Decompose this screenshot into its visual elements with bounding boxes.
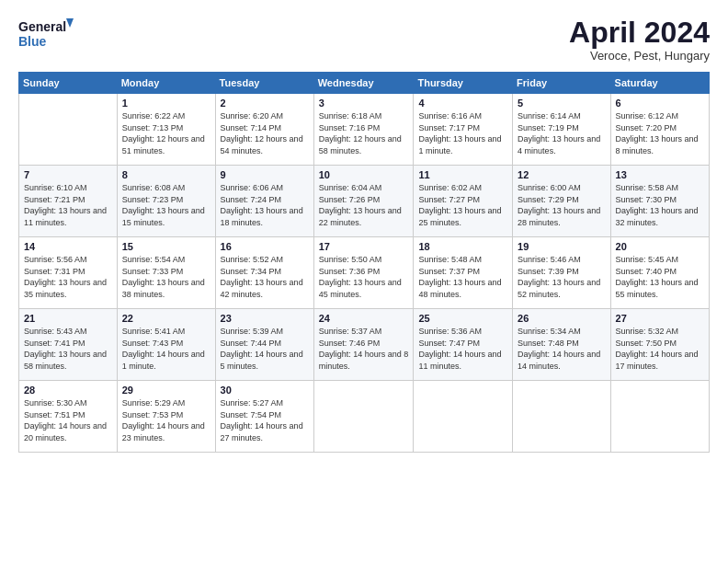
calendar-week-2: 7 Sunrise: 6:10 AM Sunset: 7:21 PM Dayli… (19, 166, 710, 237)
header-monday: Monday (117, 73, 215, 94)
day-info: Sunrise: 5:45 AM Sunset: 7:40 PM Dayligh… (616, 254, 704, 300)
table-row: 22 Sunrise: 5:41 AM Sunset: 7:43 PM Dayl… (117, 309, 215, 381)
calendar-week-5: 28 Sunrise: 5:30 AM Sunset: 7:51 PM Dayl… (19, 381, 710, 453)
day-info: Sunrise: 5:39 AM Sunset: 7:44 PM Dayligh… (221, 326, 309, 372)
calendar-header-row: Sunday Monday Tuesday Wednesday Thursday… (19, 73, 710, 94)
logo: General Blue (18, 17, 74, 52)
header-saturday: Saturday (610, 73, 709, 94)
day-info: Sunrise: 5:43 AM Sunset: 7:41 PM Dayligh… (24, 326, 112, 372)
header-friday: Friday (513, 73, 610, 94)
day-info: Sunrise: 5:34 AM Sunset: 7:48 PM Dayligh… (518, 326, 605, 372)
day-number: 28 (24, 385, 112, 396)
day-number: 7 (24, 169, 112, 180)
day-info: Sunrise: 5:50 AM Sunset: 7:36 PM Dayligh… (319, 254, 409, 300)
day-info: Sunrise: 6:10 AM Sunset: 7:21 PM Dayligh… (24, 182, 112, 228)
svg-text:General: General (18, 19, 66, 34)
table-row: 1 Sunrise: 6:22 AM Sunset: 7:13 PM Dayli… (117, 94, 215, 166)
table-row (513, 381, 610, 453)
day-number: 23 (221, 313, 309, 324)
header-wednesday: Wednesday (313, 73, 414, 94)
day-number: 10 (319, 169, 409, 180)
day-info: Sunrise: 5:58 AM Sunset: 7:30 PM Dayligh… (616, 182, 704, 228)
main-title: April 2024 (569, 17, 710, 49)
day-number: 3 (319, 98, 409, 109)
day-info: Sunrise: 6:00 AM Sunset: 7:29 PM Dayligh… (518, 182, 605, 228)
day-number: 12 (518, 169, 605, 180)
day-number: 11 (418, 169, 507, 180)
day-number: 13 (616, 169, 704, 180)
day-info: Sunrise: 5:36 AM Sunset: 7:47 PM Dayligh… (418, 326, 507, 372)
table-row: 30 Sunrise: 5:27 AM Sunset: 7:54 PM Dayl… (215, 381, 313, 453)
day-number: 18 (418, 241, 507, 252)
day-info: Sunrise: 6:04 AM Sunset: 7:26 PM Dayligh… (319, 182, 409, 228)
table-row: 23 Sunrise: 5:39 AM Sunset: 7:44 PM Dayl… (215, 309, 313, 381)
day-number: 27 (616, 313, 704, 324)
day-info: Sunrise: 5:27 AM Sunset: 7:54 PM Dayligh… (221, 397, 309, 443)
day-number: 29 (122, 385, 210, 396)
table-row: 16 Sunrise: 5:52 AM Sunset: 7:34 PM Dayl… (215, 237, 313, 309)
table-row: 12 Sunrise: 6:00 AM Sunset: 7:29 PM Dayl… (513, 166, 610, 237)
svg-text:Blue: Blue (18, 34, 47, 49)
table-row: 11 Sunrise: 6:02 AM Sunset: 7:27 PM Dayl… (414, 166, 513, 237)
day-info: Sunrise: 6:12 AM Sunset: 7:20 PM Dayligh… (616, 110, 704, 156)
day-info: Sunrise: 5:32 AM Sunset: 7:50 PM Dayligh… (616, 326, 704, 372)
header-thursday: Thursday (414, 73, 513, 94)
day-number: 9 (221, 169, 309, 180)
day-info: Sunrise: 5:48 AM Sunset: 7:37 PM Dayligh… (418, 254, 507, 300)
calendar-week-1: 1 Sunrise: 6:22 AM Sunset: 7:13 PM Dayli… (19, 94, 710, 166)
table-row: 8 Sunrise: 6:08 AM Sunset: 7:23 PM Dayli… (117, 166, 215, 237)
calendar-table: Sunday Monday Tuesday Wednesday Thursday… (18, 72, 710, 453)
day-number: 21 (24, 313, 112, 324)
table-row: 10 Sunrise: 6:04 AM Sunset: 7:26 PM Dayl… (313, 166, 414, 237)
header-tuesday: Tuesday (215, 73, 313, 94)
page-header: General Blue April 2024 Veroce, Pest, Hu… (18, 17, 710, 63)
day-number: 17 (319, 241, 409, 252)
day-number: 26 (518, 313, 605, 324)
header-sunday: Sunday (19, 73, 118, 94)
table-row: 6 Sunrise: 6:12 AM Sunset: 7:20 PM Dayli… (610, 94, 709, 166)
day-info: Sunrise: 6:06 AM Sunset: 7:24 PM Dayligh… (221, 182, 309, 228)
title-block: April 2024 Veroce, Pest, Hungary (569, 17, 710, 63)
table-row: 21 Sunrise: 5:43 AM Sunset: 7:41 PM Dayl… (19, 309, 118, 381)
day-number: 5 (518, 98, 605, 109)
svg-marker-2 (66, 18, 74, 28)
day-number: 2 (221, 98, 309, 109)
table-row: 19 Sunrise: 5:46 AM Sunset: 7:39 PM Dayl… (513, 237, 610, 309)
day-info: Sunrise: 6:20 AM Sunset: 7:14 PM Dayligh… (221, 110, 309, 156)
day-number: 20 (616, 241, 704, 252)
table-row: 13 Sunrise: 5:58 AM Sunset: 7:30 PM Dayl… (610, 166, 709, 237)
table-row: 18 Sunrise: 5:48 AM Sunset: 7:37 PM Dayl… (414, 237, 513, 309)
day-info: Sunrise: 6:14 AM Sunset: 7:19 PM Dayligh… (518, 110, 605, 156)
table-row: 9 Sunrise: 6:06 AM Sunset: 7:24 PM Dayli… (215, 166, 313, 237)
day-number: 16 (221, 241, 309, 252)
table-row: 3 Sunrise: 6:18 AM Sunset: 7:16 PM Dayli… (313, 94, 414, 166)
table-row: 15 Sunrise: 5:54 AM Sunset: 7:33 PM Dayl… (117, 237, 215, 309)
day-info: Sunrise: 5:54 AM Sunset: 7:33 PM Dayligh… (122, 254, 210, 300)
calendar-week-3: 14 Sunrise: 5:56 AM Sunset: 7:31 PM Dayl… (19, 237, 710, 309)
day-info: Sunrise: 6:02 AM Sunset: 7:27 PM Dayligh… (418, 182, 507, 228)
day-number: 22 (122, 313, 210, 324)
day-info: Sunrise: 5:56 AM Sunset: 7:31 PM Dayligh… (24, 254, 112, 300)
day-number: 4 (418, 98, 507, 109)
day-number: 1 (122, 98, 210, 109)
table-row: 5 Sunrise: 6:14 AM Sunset: 7:19 PM Dayli… (513, 94, 610, 166)
table-row: 4 Sunrise: 6:16 AM Sunset: 7:17 PM Dayli… (414, 94, 513, 166)
day-info: Sunrise: 5:30 AM Sunset: 7:51 PM Dayligh… (24, 397, 112, 443)
day-number: 19 (518, 241, 605, 252)
day-info: Sunrise: 5:29 AM Sunset: 7:53 PM Dayligh… (122, 397, 210, 443)
table-row: 25 Sunrise: 5:36 AM Sunset: 7:47 PM Dayl… (414, 309, 513, 381)
table-row (610, 381, 709, 453)
day-info: Sunrise: 6:16 AM Sunset: 7:17 PM Dayligh… (418, 110, 507, 156)
day-number: 14 (24, 241, 112, 252)
table-row: 29 Sunrise: 5:29 AM Sunset: 7:53 PM Dayl… (117, 381, 215, 453)
table-row: 26 Sunrise: 5:34 AM Sunset: 7:48 PM Dayl… (513, 309, 610, 381)
day-number: 15 (122, 241, 210, 252)
table-row: 20 Sunrise: 5:45 AM Sunset: 7:40 PM Dayl… (610, 237, 709, 309)
table-row: 14 Sunrise: 5:56 AM Sunset: 7:31 PM Dayl… (19, 237, 118, 309)
day-number: 25 (418, 313, 507, 324)
calendar-week-4: 21 Sunrise: 5:43 AM Sunset: 7:41 PM Dayl… (19, 309, 710, 381)
day-info: Sunrise: 6:22 AM Sunset: 7:13 PM Dayligh… (122, 110, 210, 156)
table-row (19, 94, 118, 166)
day-info: Sunrise: 5:37 AM Sunset: 7:46 PM Dayligh… (319, 326, 409, 372)
day-info: Sunrise: 5:52 AM Sunset: 7:34 PM Dayligh… (221, 254, 309, 300)
